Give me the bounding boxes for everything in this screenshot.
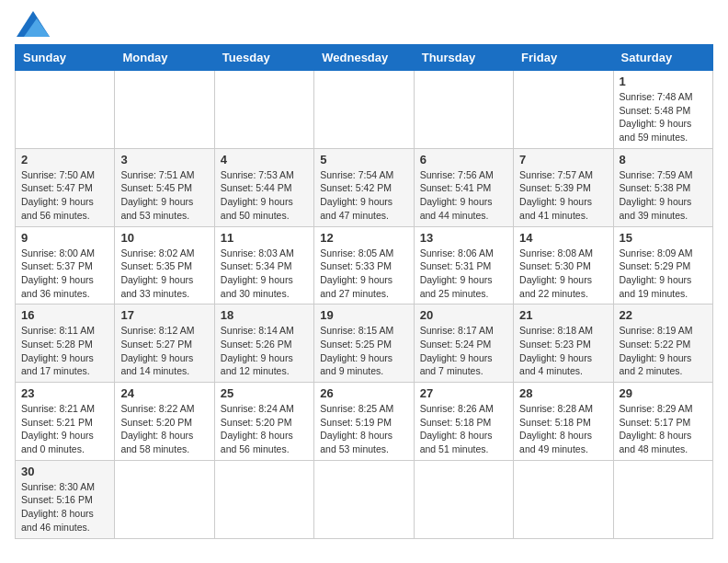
day-number: 30	[21, 465, 108, 478]
day-info: Sunrise: 8:00 AM Sunset: 5:37 PM Dayligh…	[21, 247, 108, 301]
calendar-week-row: 9Sunrise: 8:00 AM Sunset: 5:37 PM Daylig…	[16, 226, 713, 304]
day-info: Sunrise: 7:54 AM Sunset: 5:42 PM Dayligh…	[320, 168, 407, 223]
calendar-day-cell: 11Sunrise: 8:03 AM Sunset: 5:34 PM Dayli…	[214, 226, 313, 304]
calendar-day-cell: 18Sunrise: 8:14 AM Sunset: 5:26 PM Dayli…	[214, 304, 313, 383]
calendar-day-cell: 3Sunrise: 7:51 AM Sunset: 5:45 PM Daylig…	[115, 148, 214, 226]
calendar-week-row: 30Sunrise: 8:30 AM Sunset: 5:16 PM Dayli…	[16, 460, 713, 538]
day-number: 4	[221, 153, 308, 167]
day-number: 22	[620, 308, 707, 322]
calendar-day-cell	[16, 71, 115, 149]
calendar-header-row: SundayMondayTuesdayWednesdayThursdayFrid…	[16, 45, 713, 71]
day-number: 5	[320, 153, 407, 167]
page-header	[15, 15, 713, 37]
day-info: Sunrise: 8:14 AM Sunset: 5:26 PM Dayligh…	[221, 324, 308, 378]
calendar-day-cell: 19Sunrise: 8:15 AM Sunset: 5:25 PM Dayli…	[314, 304, 414, 383]
column-header-wednesday: Wednesday	[314, 45, 414, 71]
calendar-day-cell	[414, 71, 513, 149]
calendar-day-cell	[115, 460, 214, 538]
day-number: 3	[120, 153, 208, 167]
calendar-day-cell	[214, 71, 313, 149]
calendar-day-cell: 20Sunrise: 8:17 AM Sunset: 5:24 PM Dayli…	[414, 304, 513, 383]
day-number: 20	[420, 308, 507, 322]
day-info: Sunrise: 8:02 AM Sunset: 5:35 PM Dayligh…	[120, 247, 208, 301]
day-number: 24	[120, 386, 208, 400]
day-number: 23	[21, 386, 108, 400]
day-info: Sunrise: 8:21 AM Sunset: 5:21 PM Dayligh…	[21, 402, 108, 456]
calendar-day-cell	[115, 71, 214, 149]
calendar-day-cell	[514, 71, 613, 149]
day-info: Sunrise: 8:15 AM Sunset: 5:25 PM Dayligh…	[320, 324, 407, 378]
day-info: Sunrise: 7:57 AM Sunset: 5:39 PM Dayligh…	[519, 168, 607, 223]
day-info: Sunrise: 8:30 AM Sunset: 5:16 PM Dayligh…	[21, 480, 108, 534]
day-info: Sunrise: 8:19 AM Sunset: 5:22 PM Dayligh…	[620, 324, 707, 378]
calendar-week-row: 2Sunrise: 7:50 AM Sunset: 5:47 PM Daylig…	[16, 148, 713, 226]
calendar-day-cell: 26Sunrise: 8:25 AM Sunset: 5:19 PM Dayli…	[314, 383, 414, 461]
day-number: 6	[420, 153, 507, 167]
day-info: Sunrise: 8:29 AM Sunset: 5:17 PM Dayligh…	[620, 402, 707, 456]
day-number: 9	[21, 231, 108, 245]
day-info: Sunrise: 8:22 AM Sunset: 5:20 PM Dayligh…	[120, 402, 208, 456]
day-info: Sunrise: 8:09 AM Sunset: 5:29 PM Dayligh…	[620, 247, 707, 301]
calendar-day-cell: 24Sunrise: 8:22 AM Sunset: 5:20 PM Dayli…	[115, 383, 214, 461]
calendar-day-cell: 13Sunrise: 8:06 AM Sunset: 5:31 PM Dayli…	[414, 226, 513, 304]
day-info: Sunrise: 7:59 AM Sunset: 5:38 PM Dayligh…	[620, 168, 707, 223]
day-info: Sunrise: 7:53 AM Sunset: 5:44 PM Dayligh…	[221, 168, 308, 223]
day-info: Sunrise: 8:08 AM Sunset: 5:30 PM Dayligh…	[519, 247, 607, 301]
column-header-monday: Monday	[115, 45, 214, 71]
day-info: Sunrise: 8:03 AM Sunset: 5:34 PM Dayligh…	[221, 247, 308, 301]
day-info: Sunrise: 8:25 AM Sunset: 5:19 PM Dayligh…	[320, 402, 407, 456]
day-info: Sunrise: 8:26 AM Sunset: 5:18 PM Dayligh…	[420, 402, 507, 456]
calendar-day-cell: 1Sunrise: 7:48 AM Sunset: 5:48 PM Daylig…	[613, 71, 712, 149]
day-number: 27	[420, 386, 507, 400]
logo	[15, 15, 50, 37]
calendar-day-cell: 10Sunrise: 8:02 AM Sunset: 5:35 PM Dayli…	[115, 226, 214, 304]
day-info: Sunrise: 7:56 AM Sunset: 5:41 PM Dayligh…	[420, 168, 507, 223]
calendar-day-cell	[314, 71, 414, 149]
day-info: Sunrise: 8:17 AM Sunset: 5:24 PM Dayligh…	[420, 324, 507, 378]
calendar-day-cell: 21Sunrise: 8:18 AM Sunset: 5:23 PM Dayli…	[514, 304, 613, 383]
calendar-day-cell: 30Sunrise: 8:30 AM Sunset: 5:16 PM Dayli…	[16, 460, 115, 538]
calendar-day-cell: 5Sunrise: 7:54 AM Sunset: 5:42 PM Daylig…	[314, 148, 414, 226]
day-info: Sunrise: 8:06 AM Sunset: 5:31 PM Dayligh…	[420, 247, 507, 301]
day-number: 18	[221, 308, 308, 322]
calendar-day-cell: 17Sunrise: 8:12 AM Sunset: 5:27 PM Dayli…	[115, 304, 214, 383]
calendar-day-cell: 7Sunrise: 7:57 AM Sunset: 5:39 PM Daylig…	[514, 148, 613, 226]
calendar-day-cell: 29Sunrise: 8:29 AM Sunset: 5:17 PM Dayli…	[613, 383, 712, 461]
calendar-day-cell: 4Sunrise: 7:53 AM Sunset: 5:44 PM Daylig…	[214, 148, 313, 226]
day-number: 16	[21, 308, 108, 322]
calendar-day-cell	[314, 460, 414, 538]
calendar-day-cell	[514, 460, 613, 538]
day-info: Sunrise: 8:12 AM Sunset: 5:27 PM Dayligh…	[120, 324, 208, 378]
day-number: 29	[620, 386, 707, 400]
calendar-table: SundayMondayTuesdayWednesdayThursdayFrid…	[15, 44, 713, 539]
column-header-thursday: Thursday	[414, 45, 513, 71]
day-info: Sunrise: 8:18 AM Sunset: 5:23 PM Dayligh…	[519, 324, 607, 378]
calendar-day-cell: 2Sunrise: 7:50 AM Sunset: 5:47 PM Daylig…	[16, 148, 115, 226]
day-info: Sunrise: 8:11 AM Sunset: 5:28 PM Dayligh…	[21, 324, 108, 378]
column-header-friday: Friday	[514, 45, 613, 71]
day-number: 15	[620, 231, 707, 245]
calendar-week-row: 1Sunrise: 7:48 AM Sunset: 5:48 PM Daylig…	[16, 71, 713, 149]
calendar-day-cell	[214, 460, 313, 538]
day-number: 8	[620, 153, 707, 167]
calendar-day-cell: 6Sunrise: 7:56 AM Sunset: 5:41 PM Daylig…	[414, 148, 513, 226]
calendar-day-cell: 14Sunrise: 8:08 AM Sunset: 5:30 PM Dayli…	[514, 226, 613, 304]
day-number: 7	[519, 153, 607, 167]
column-header-sunday: Sunday	[16, 45, 115, 71]
calendar-day-cell: 25Sunrise: 8:24 AM Sunset: 5:20 PM Dayli…	[214, 383, 313, 461]
day-info: Sunrise: 8:05 AM Sunset: 5:33 PM Dayligh…	[320, 247, 407, 301]
calendar-day-cell: 22Sunrise: 8:19 AM Sunset: 5:22 PM Dayli…	[613, 304, 712, 383]
calendar-day-cell: 9Sunrise: 8:00 AM Sunset: 5:37 PM Daylig…	[16, 226, 115, 304]
column-header-tuesday: Tuesday	[214, 45, 313, 71]
calendar-day-cell: 23Sunrise: 8:21 AM Sunset: 5:21 PM Dayli…	[16, 383, 115, 461]
day-number: 21	[519, 308, 607, 322]
logo-icon	[17, 11, 50, 37]
day-number: 2	[21, 153, 108, 167]
calendar-day-cell: 28Sunrise: 8:28 AM Sunset: 5:18 PM Dayli…	[514, 383, 613, 461]
day-info: Sunrise: 7:50 AM Sunset: 5:47 PM Dayligh…	[21, 168, 108, 223]
day-number: 12	[320, 231, 407, 245]
calendar-day-cell	[414, 460, 513, 538]
calendar-day-cell: 27Sunrise: 8:26 AM Sunset: 5:18 PM Dayli…	[414, 383, 513, 461]
calendar-day-cell: 15Sunrise: 8:09 AM Sunset: 5:29 PM Dayli…	[613, 226, 712, 304]
day-number: 13	[420, 231, 507, 245]
